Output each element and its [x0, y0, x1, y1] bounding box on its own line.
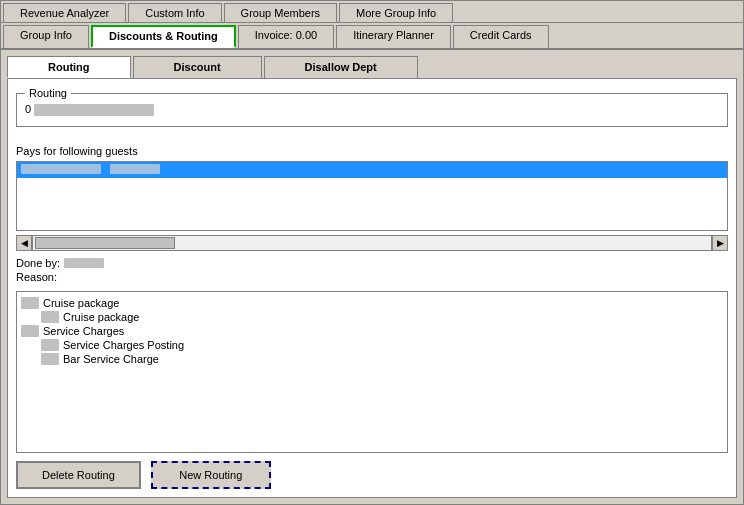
- tab-itinerary-planner[interactable]: Itinerary Planner: [336, 25, 451, 48]
- scroll-right-arrow[interactable]: ▶: [712, 235, 728, 251]
- pays-label: Pays for following guests: [16, 145, 728, 157]
- sub-tab-discount[interactable]: Discount: [133, 56, 262, 78]
- charge-item-2: Service Charges: [21, 324, 723, 338]
- tab-custom-info[interactable]: Custom Info: [128, 3, 221, 22]
- tab-more-group-info[interactable]: More Group Info: [339, 3, 453, 22]
- guest-item-2[interactable]: [17, 178, 727, 182]
- hscrollbar[interactable]: [32, 235, 712, 251]
- charge-icon-1: [41, 311, 59, 323]
- delete-routing-button[interactable]: Delete Routing: [16, 461, 141, 489]
- tab-group-members[interactable]: Group Members: [224, 3, 337, 22]
- content-area: Routing Discount Disallow Dept Routing 0…: [1, 50, 743, 504]
- reason-row: Reason:: [16, 271, 728, 283]
- charge-list: Cruise package Cruise package Service Ch…: [16, 291, 728, 453]
- charge-icon-3: [41, 339, 59, 351]
- main-container: Revenue Analyzer Custom Info Group Membe…: [0, 0, 744, 505]
- top-tab-bar: Revenue Analyzer Custom Info Group Membe…: [1, 1, 743, 23]
- charge-icon-4: [41, 353, 59, 365]
- routing-panel: Routing 0 Pays for following guests: [7, 79, 737, 498]
- new-routing-button[interactable]: New Routing: [151, 461, 271, 489]
- charge-icon-0: [21, 297, 39, 309]
- routing-legend: Routing: [25, 87, 71, 99]
- charge-label-3: Service Charges Posting: [63, 339, 184, 351]
- done-by-label: Done by:: [16, 257, 60, 269]
- done-reason-area: Done by: Reason:: [16, 257, 728, 285]
- charge-label-0: Cruise package: [43, 297, 119, 309]
- reason-label: Reason:: [16, 271, 57, 283]
- sub-tab-bar: Routing Discount Disallow Dept: [7, 56, 737, 79]
- charge-label-2: Service Charges: [43, 325, 124, 337]
- done-by-value: [64, 258, 104, 268]
- charge-icon-2: [21, 325, 39, 337]
- hscrollbar-thumb[interactable]: [35, 237, 175, 249]
- guest-name-1-blurred: [21, 164, 101, 174]
- tab-revenue-analyzer[interactable]: Revenue Analyzer: [3, 3, 126, 22]
- charge-label-1: Cruise package: [63, 311, 139, 323]
- charge-item-3: Service Charges Posting: [21, 338, 723, 352]
- tab-discounts-routing[interactable]: Discounts & Routing: [91, 25, 236, 48]
- scroll-left-arrow[interactable]: ◀: [16, 235, 32, 251]
- guest-item-selected[interactable]: [17, 162, 727, 178]
- sub-tab-routing[interactable]: Routing: [7, 56, 131, 78]
- charge-item-4: Bar Service Charge: [21, 352, 723, 366]
- charge-item-1: Cruise package: [21, 310, 723, 324]
- charge-item-0: Cruise package: [21, 296, 723, 310]
- bottom-tab-bar: Group Info Discounts & Routing Invoice: …: [1, 23, 743, 50]
- routing-number-value: 0: [25, 103, 31, 115]
- routing-name-blurred: [34, 104, 154, 116]
- tab-credit-cards[interactable]: Credit Cards: [453, 25, 549, 48]
- routing-number-row: 0: [25, 103, 719, 116]
- routing-group: Routing 0: [16, 87, 728, 127]
- hscrollbar-area: ◀ ▶: [16, 235, 728, 251]
- guests-list[interactable]: [16, 161, 728, 231]
- tab-invoice[interactable]: Invoice: 0.00: [238, 25, 334, 48]
- sub-tab-disallow-dept[interactable]: Disallow Dept: [264, 56, 418, 78]
- guest-name-2-blurred: [110, 164, 160, 174]
- tab-group-info[interactable]: Group Info: [3, 25, 89, 48]
- done-by-row: Done by:: [16, 257, 728, 269]
- charge-label-4: Bar Service Charge: [63, 353, 159, 365]
- button-row: Delete Routing New Routing: [16, 453, 728, 489]
